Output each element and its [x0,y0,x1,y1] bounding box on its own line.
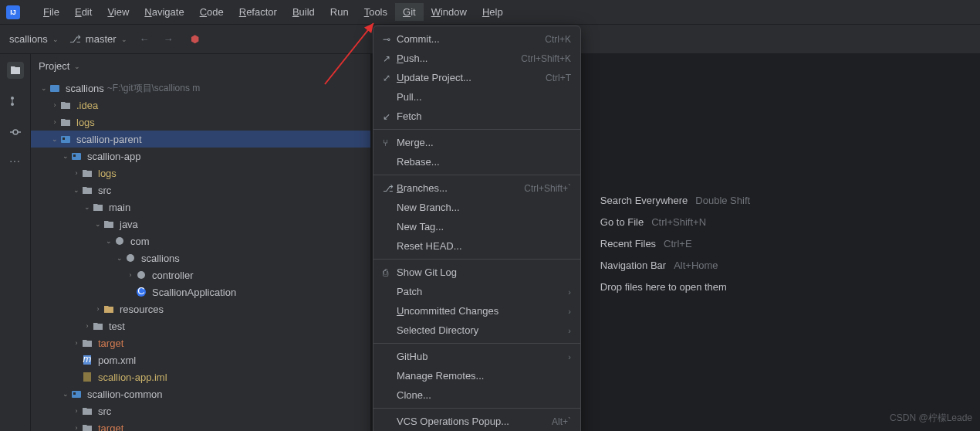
folder-icon [93,321,105,331]
tree-row[interactable]: ⌄scallion-app [31,148,370,165]
menu-refactor[interactable]: Refactor [231,3,285,21]
more-tools-icon[interactable]: ··· [9,154,21,167]
menu-code[interactable]: Code [192,3,231,21]
tree-row[interactable]: ⌄java [31,216,370,232]
expand-icon[interactable]: ⌄ [39,84,49,92]
menu-help[interactable]: Help [475,3,511,21]
git-menu-item[interactable]: Patch› [373,282,580,301]
res-icon [103,304,116,314]
expand-icon[interactable]: › [71,169,82,177]
git-menu-item[interactable]: GitHub› [373,347,580,366]
expand-icon[interactable]: › [49,101,60,109]
menu-window[interactable]: Window [424,3,475,21]
hint-shortcut: Ctrl+Shift+N [651,216,706,228]
expand-icon[interactable]: › [93,305,103,313]
expand-icon[interactable]: ⌄ [93,220,103,228]
expand-icon[interactable]: › [82,322,93,330]
branch-selector[interactable]: ⎇ master ⌄ [69,33,127,45]
tree-row[interactable]: ›src [31,402,370,419]
tree-node-name: main [109,202,130,213]
app-icon: IJ [6,5,20,19]
expand-icon[interactable]: › [125,271,136,279]
expand-icon[interactable]: ⌄ [60,152,71,160]
tree-row[interactable]: ›.idea [31,97,370,114]
git-menu-item[interactable]: Uncommitted Changes› [373,301,580,321]
git-menu-item[interactable]: VCS Operations Popup...Alt+` [373,412,580,431]
menu-git[interactable]: Git [395,3,424,21]
tree-row[interactable]: ›logs [31,114,370,131]
log-icon: ⎙ [383,267,397,278]
structure-tool-icon[interactable] [7,93,24,110]
menu-edit[interactable]: Edit [67,3,100,21]
tree-node-name: java [120,219,138,230]
menu-item-label: Merge... [397,137,571,148]
expand-icon[interactable]: › [71,424,82,431]
menu-item-label: Commit... [397,33,545,45]
project-selector[interactable]: scallions ⌄ [9,33,59,45]
stop-icon[interactable]: ⬢ [191,33,199,45]
git-menu-item[interactable]: ⑂Merge... [373,133,580,152]
git-menu-item[interactable]: New Branch... [373,198,580,217]
menu-build[interactable]: Build [285,3,323,21]
tree-row[interactable]: ⌄scallions~F:\git项目\scallions m [31,80,370,97]
menu-run[interactable]: Run [323,3,357,21]
git-menu-item[interactable]: ↙Fetch [373,107,580,126]
menu-navigate[interactable]: Navigate [137,3,191,21]
tree-row[interactable]: ›resources [31,300,370,317]
git-menu-item[interactable]: Reset HEAD... [373,236,580,256]
menu-view[interactable]: View [100,3,137,21]
expand-icon[interactable]: ⌄ [49,135,60,143]
tree-node-name: target [98,338,123,349]
hint-shortcut: Ctrl+E [664,238,691,249]
git-menu-item[interactable]: ⎇Branches...Ctrl+Shift+` [373,178,580,198]
menu-item-label: Reset HEAD... [397,240,571,252]
menu-item-label: Show Git Log [397,266,571,278]
expand-icon[interactable]: ⌄ [103,237,114,245]
tree-row[interactable]: mpom.xml [31,351,370,368]
tree-row[interactable]: ›controller [31,266,370,283]
expand-icon[interactable]: ⌄ [71,186,82,194]
menu-file[interactable]: File [35,3,67,21]
git-menu-item[interactable]: ⊸Commit...Ctrl+K [373,29,580,49]
tree-row[interactable]: ›test [31,317,370,334]
git-menu-item[interactable]: New Tag... [373,217,580,236]
chevron-down-icon: ⌄ [121,36,127,43]
welcome-hint: Navigation BarAlt+Home [600,258,750,271]
expand-icon[interactable]: › [71,339,82,347]
git-menu-item[interactable]: Manage Remotes... [373,366,580,385]
tree-row[interactable]: scallion-app.iml [31,368,370,385]
tree-row[interactable]: CScallionApplication [31,283,370,300]
tree-row[interactable]: ⌄com [31,232,370,249]
tree-node-name: test [109,321,125,332]
expand-icon[interactable]: ⌄ [60,390,71,398]
tree-row[interactable]: ⌄scallions [31,249,370,266]
expand-icon[interactable]: ⌄ [114,254,125,262]
tree-row[interactable]: ⌄scallion-parent [31,131,370,148]
tree-row[interactable]: ›target [31,419,370,431]
project-header[interactable]: Project ⌄ [31,54,370,78]
hint-label: Navigation Bar [600,260,666,271]
git-menu-item[interactable]: ⎙Show Git Log [373,263,580,282]
expand-icon[interactable]: ⌄ [82,203,93,211]
nav-back-button[interactable]: ← [138,33,151,45]
git-menu-item[interactable]: Clone... [373,385,580,405]
git-menu-item[interactable]: Rebase... [373,152,580,171]
tree-row[interactable]: ⌄scallion-common [31,385,370,402]
commit-tool-icon[interactable] [7,124,24,141]
git-menu-item[interactable]: ⤢Update Project...Ctrl+T [373,68,580,87]
pkg-icon [136,270,148,280]
project-tool-icon[interactable] [7,62,24,79]
git-menu-item[interactable]: Pull... [373,87,580,107]
expand-icon[interactable]: › [71,407,82,415]
tree-node-path: ~F:\git项目\scallions m [107,82,200,95]
tree-row[interactable]: ⌄main [31,199,370,216]
tree-row[interactable]: ⌄src [31,182,370,199]
git-menu-item[interactable]: ↗Push...Ctrl+Shift+K [373,49,580,68]
nav-forward-button[interactable]: → [162,33,175,45]
menu-tools[interactable]: Tools [357,3,395,21]
git-menu-item[interactable]: Selected Directory› [373,321,580,340]
expand-icon[interactable]: › [49,118,60,126]
folder-icon [60,117,73,127]
tree-row[interactable]: ›logs [31,165,370,182]
tree-row[interactable]: ›target [31,334,370,351]
